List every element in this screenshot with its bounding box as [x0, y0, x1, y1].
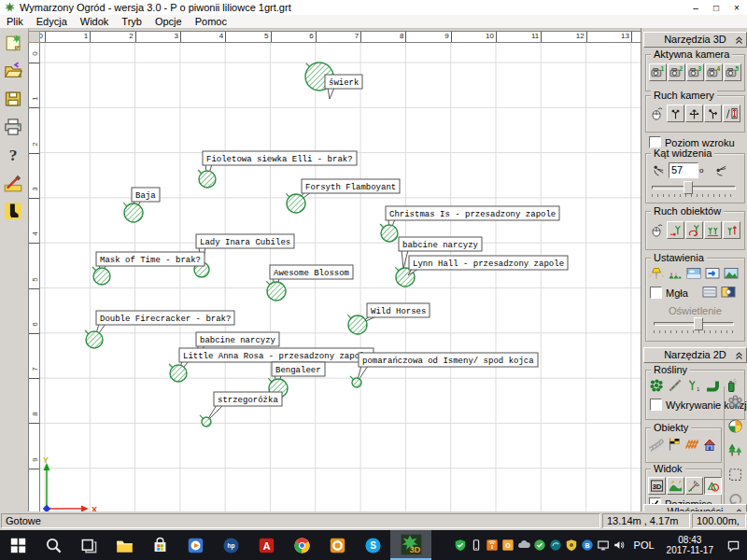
cam-move-1-button[interactable] — [667, 105, 684, 122]
tray-volume[interactable] — [612, 530, 627, 560]
menu-item-widok[interactable]: Widok — [74, 16, 116, 27]
plant-marker[interactable] — [170, 365, 187, 382]
menu-item-pomoc[interactable]: Pomoc — [189, 16, 233, 27]
tray-chat-check[interactable] — [532, 530, 548, 560]
menu-item-plik[interactable]: Plik — [0, 16, 30, 27]
img-sky-button[interactable] — [686, 266, 701, 283]
taskbar-skype[interactable]: S — [355, 530, 390, 560]
plant-marker[interactable] — [124, 203, 143, 222]
tray-b-app[interactable]: B — [580, 530, 596, 560]
oswietlenie-slider[interactable] — [654, 316, 734, 329]
maximize-button[interactable]: □ — [706, 1, 726, 15]
save-disk-button[interactable] — [1, 87, 25, 111]
taskbar-file-explorer[interactable] — [106, 530, 142, 560]
lamp-button[interactable] — [649, 266, 664, 283]
camera-5-button[interactable]: 5 — [724, 63, 741, 81]
img-fog-button[interactable] — [702, 285, 717, 301]
obj-move-button[interactable] — [667, 221, 684, 239]
camera-1-button[interactable]: 1 — [649, 63, 667, 81]
plant-cluster-button[interactable] — [649, 378, 664, 395]
cam-move-3-button[interactable] — [704, 105, 722, 122]
plant-marker[interactable] — [267, 282, 286, 301]
tray-hotspot[interactable] — [485, 530, 500, 560]
plant-marker[interactable] — [86, 331, 103, 348]
mgla-checkbox[interactable]: Mgła — [650, 287, 688, 299]
img-arrow-button[interactable] — [705, 266, 720, 283]
plant-marker[interactable] — [287, 194, 305, 213]
obj-multi-button[interactable] — [704, 221, 722, 239]
plant-marker[interactable] — [93, 268, 110, 285]
selection-rect-button[interactable] — [727, 467, 743, 484]
language-indicator[interactable]: POL — [627, 530, 661, 560]
walk-boot-button[interactable] — [1, 199, 25, 223]
color-wheel-button[interactable] — [727, 418, 743, 436]
plant-hedge-button[interactable] — [705, 378, 720, 395]
taskbar-task-view[interactable] — [71, 530, 106, 560]
panel-header-narzedzia-3d[interactable]: Narzędzia 3D — [643, 32, 747, 48]
cam-elevator-button[interactable] — [723, 105, 740, 122]
taskbar-hp[interactable]: hp — [213, 530, 248, 560]
new-note-button[interactable] — [1, 31, 25, 55]
tray-phone[interactable] — [469, 530, 485, 560]
taskbar-win-start[interactable] — [0, 530, 35, 560]
wheel-gear-button[interactable] — [727, 394, 743, 412]
fence-button[interactable] — [684, 437, 699, 454]
tray-shield-yellow[interactable] — [564, 530, 580, 560]
panel-header-narzedzia-2d[interactable]: Narzędzia 2D — [643, 347, 747, 363]
tray-office-o[interactable]: O — [500, 530, 516, 560]
taskbar-movies-tv[interactable] — [177, 530, 213, 560]
view-3d-button[interactable]: 3D — [648, 477, 666, 495]
view-angle-input[interactable]: 57 — [669, 162, 698, 178]
view-angle-slider[interactable] — [652, 180, 736, 193]
action-center-button[interactable] — [719, 530, 747, 560]
panel-header-wlasciwosci[interactable]: Właściwości — [643, 504, 747, 511]
garden-plan-canvas[interactable]: świerkFioletowa siewka Elli - brak?BajaF… — [40, 43, 641, 511]
plant-row-button[interactable] — [668, 378, 683, 395]
open-folder-button[interactable] — [1, 59, 25, 83]
menu-item-opcje[interactable]: Opcje — [148, 16, 189, 27]
trees-button[interactable] — [727, 442, 743, 460]
help-button[interactable]: ? — [1, 143, 25, 167]
plant-single-button[interactable]: 1 — [686, 378, 701, 395]
view-terrain-button[interactable] — [667, 477, 684, 495]
plant-marker[interactable] — [202, 417, 211, 427]
plant-marker[interactable] — [352, 378, 361, 387]
ruler-tick — [225, 32, 226, 42]
close-button[interactable]: × — [726, 1, 747, 15]
camera-2-button[interactable]: 2 — [668, 63, 685, 81]
house-button[interactable] — [702, 437, 717, 454]
img-landscape-button[interactable] — [724, 266, 739, 283]
print-button[interactable] — [1, 115, 25, 139]
road-button[interactable] — [649, 437, 664, 454]
taskbar-search[interactable] — [35, 530, 71, 560]
taskbar-outlook[interactable] — [319, 530, 355, 560]
camera-3-button[interactable]: 3 — [686, 63, 704, 81]
taskbar-chrome[interactable] — [284, 530, 319, 560]
flag-button[interactable] — [667, 437, 682, 454]
plants-small-button[interactable] — [668, 266, 683, 283]
obj-raise-button[interactable] — [723, 221, 740, 239]
view-shapes-button[interactable] — [704, 477, 722, 495]
tray-circle-app[interactable] — [548, 530, 564, 560]
obj-rotate-button[interactable] — [685, 221, 703, 239]
img-daynight-button[interactable] — [721, 285, 736, 301]
svg-text:3: 3 — [698, 65, 702, 72]
view-rake-button[interactable] — [685, 477, 703, 495]
taskbar-ms-store[interactable] — [142, 530, 177, 560]
taskbar-acrobat[interactable]: A — [248, 530, 284, 560]
tray-defender-shield[interactable] — [453, 530, 469, 560]
tray-onedrive-cloud[interactable] — [516, 530, 532, 560]
camera-4-button[interactable]: 4 — [705, 63, 723, 81]
taskbar-clock[interactable]: 08:432017-11-17 — [661, 530, 719, 560]
taskbar-garden-app[interactable]: 3D — [390, 530, 431, 560]
menu-item-tryb[interactable]: Tryb — [115, 16, 148, 27]
minimize-button[interactable]: – — [685, 1, 706, 15]
tray-network-display[interactable] — [596, 530, 612, 560]
network-display-icon — [597, 539, 610, 552]
cam-move-2-button[interactable] — [685, 105, 703, 122]
plant-marker[interactable] — [381, 225, 398, 242]
plant-marker[interactable] — [199, 171, 216, 188]
design-brush-button[interactable] — [1, 171, 25, 195]
plant-marker[interactable] — [348, 315, 367, 334]
menu-item-edycja[interactable]: Edycja — [30, 16, 74, 27]
